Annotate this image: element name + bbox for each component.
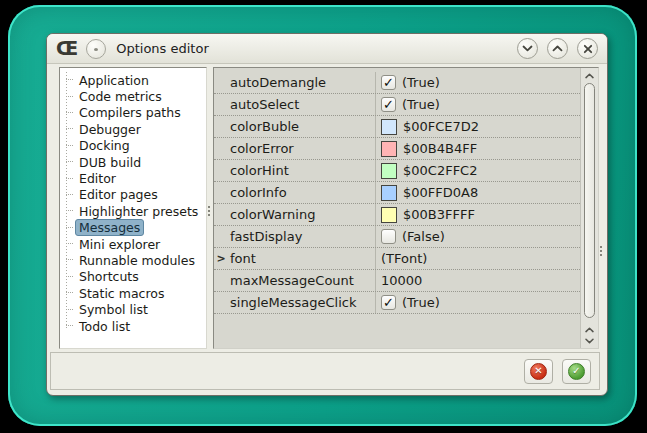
color-swatch[interactable] (381, 207, 397, 223)
resize-grip[interactable] (600, 246, 602, 257)
sidebar-item-application[interactable]: Application (60, 72, 206, 88)
property-value[interactable]: $00FCE7D2 (376, 116, 580, 137)
sidebar-item-label: Highlighter presets (75, 203, 202, 220)
chevron-down-icon (522, 45, 533, 52)
property-name[interactable]: autoDemangle (228, 72, 376, 93)
sidebar-item-mini-explorer[interactable]: Mini explorer (60, 236, 206, 252)
app-logo-icon: Œ (56, 39, 78, 58)
sidebar-item-highlighter-presets[interactable]: Highlighter presets (60, 203, 206, 219)
sidebar-item-label: Docking (75, 137, 134, 154)
property-name[interactable]: colorBuble (228, 116, 376, 137)
sidebar-item-todo-list[interactable]: Todo list (60, 318, 206, 334)
sidebar-item-runnable-modules[interactable]: Runnable modules (60, 252, 206, 268)
row-indicator (214, 204, 228, 225)
color-swatch[interactable] (381, 163, 397, 179)
property-row-maxMessageCount[interactable]: maxMessageCount10000 (214, 270, 580, 292)
scroll-down-button[interactable] (585, 335, 594, 346)
sidebar-item-shortcuts[interactable]: Shortcuts (60, 269, 206, 285)
property-name[interactable]: colorHint (228, 160, 376, 181)
property-name[interactable]: colorInfo (228, 182, 376, 203)
checkbox-icon[interactable]: ✓ (381, 97, 396, 112)
row-indicator (214, 116, 228, 137)
property-value[interactable]: $00C2FFC2 (376, 160, 580, 181)
color-swatch[interactable] (381, 141, 397, 157)
sidebar-item-label: Editor (75, 170, 120, 187)
property-value[interactable]: $00B4B4FF (376, 138, 580, 159)
property-value-text: (True) (402, 97, 440, 112)
sidebar-item-static-macros[interactable]: Static macros (60, 285, 206, 301)
cancel-button[interactable]: ✕ (524, 359, 553, 384)
property-value[interactable]: $00B3FFFF (376, 204, 580, 225)
property-name[interactable]: autoSelect (228, 94, 376, 115)
property-name[interactable]: maxMessageCount (228, 270, 376, 291)
accept-button[interactable]: ✓ (562, 359, 591, 384)
property-row-colorWarning[interactable]: colorWarning$00B3FFFF (214, 204, 580, 226)
row-indicator (214, 72, 228, 93)
vertical-scrollbar[interactable] (580, 68, 598, 348)
scroll-up-button-2[interactable] (585, 324, 594, 335)
chevron-up-icon (552, 45, 563, 52)
window-controls (517, 38, 598, 59)
property-row-colorHint[interactable]: colorHint$00C2FFC2 (214, 160, 580, 182)
property-value[interactable]: ✓(True) (376, 72, 580, 93)
category-tree[interactable]: ApplicationCode metricsCompilers pathsDe… (59, 67, 207, 349)
titlebar[interactable]: Œ Options editor (47, 34, 607, 64)
scrollbar-thumb[interactable] (584, 83, 595, 318)
row-indicator (214, 138, 228, 159)
splitter-grip[interactable] (208, 206, 210, 217)
property-name[interactable]: colorError (228, 138, 376, 159)
row-indicator (214, 94, 228, 115)
sidebar-item-debugger[interactable]: Debugger (60, 121, 206, 137)
property-name[interactable]: colorWarning (228, 204, 376, 225)
row-indicator: > (214, 248, 228, 269)
property-name[interactable]: font (228, 248, 376, 269)
sidebar-item-label: Compilers paths (75, 104, 185, 121)
sidebar-item-label: Symbol list (75, 301, 152, 318)
property-value[interactable]: ✓(True) (376, 292, 580, 313)
checkbox-icon[interactable]: ✓ (381, 295, 396, 310)
sidebar-item-symbol-list[interactable]: Symbol list (60, 301, 206, 317)
scroll-up-button[interactable] (585, 70, 594, 81)
chevron-up-icon (585, 327, 594, 333)
sidebar-item-label: Mini explorer (75, 236, 164, 253)
property-value[interactable]: $00FFD0A8 (376, 182, 580, 203)
property-row-colorBuble[interactable]: colorBuble$00FCE7D2 (214, 116, 580, 138)
property-grid[interactable]: autoDemangle✓(True)autoSelect✓(True)colo… (213, 67, 599, 349)
sidebar-item-editor[interactable]: Editor (60, 170, 206, 186)
property-row-fastDisplay[interactable]: fastDisplay(False) (214, 226, 580, 248)
property-row-autoSelect[interactable]: autoSelect✓(True) (214, 94, 580, 116)
property-value-text: (True) (402, 295, 440, 310)
property-name[interactable]: singleMessageClick (228, 292, 376, 313)
accept-icon: ✓ (568, 363, 585, 380)
color-swatch[interactable] (381, 185, 397, 201)
property-row-font[interactable]: >font(TFont) (214, 248, 580, 270)
property-row-colorError[interactable]: colorError$00B4B4FF (214, 138, 580, 160)
property-row-singleMessageClick[interactable]: singleMessageClick✓(True) (214, 292, 580, 314)
sidebar-item-editor-pages[interactable]: Editor pages (60, 187, 206, 203)
property-row-colorInfo[interactable]: colorInfo$00FFD0A8 (214, 182, 580, 204)
property-value[interactable]: ✓(True) (376, 94, 580, 115)
window-title: Options editor (116, 41, 209, 56)
unshade-button[interactable] (547, 38, 568, 59)
property-value[interactable]: (TFont) (376, 248, 580, 269)
sidebar-item-label: Runnable modules (75, 252, 199, 269)
property-name[interactable]: fastDisplay (228, 226, 376, 247)
sidebar-item-dub-build[interactable]: DUB build (60, 154, 206, 170)
window-menu-button[interactable] (86, 39, 106, 59)
checkbox-icon[interactable]: ✓ (381, 75, 396, 90)
checkbox-icon[interactable] (381, 229, 396, 244)
color-swatch[interactable] (381, 119, 397, 135)
sidebar-item-compilers-paths[interactable]: Compilers paths (60, 105, 206, 121)
property-value[interactable]: (False) (376, 226, 580, 247)
sidebar-item-messages[interactable]: Messages (60, 220, 206, 236)
property-value-text: $00B4B4FF (403, 141, 477, 156)
property-value[interactable]: 10000 (376, 270, 580, 291)
property-row-autoDemangle[interactable]: autoDemangle✓(True) (214, 72, 580, 94)
shade-button[interactable] (517, 38, 538, 59)
row-indicator (214, 270, 228, 291)
property-value-text: $00FCE7D2 (403, 119, 479, 134)
sidebar-item-docking[interactable]: Docking (60, 138, 206, 154)
close-button[interactable] (577, 38, 598, 59)
sidebar-item-code-metrics[interactable]: Code metrics (60, 88, 206, 104)
property-value-text: $00C2FFC2 (403, 163, 477, 178)
